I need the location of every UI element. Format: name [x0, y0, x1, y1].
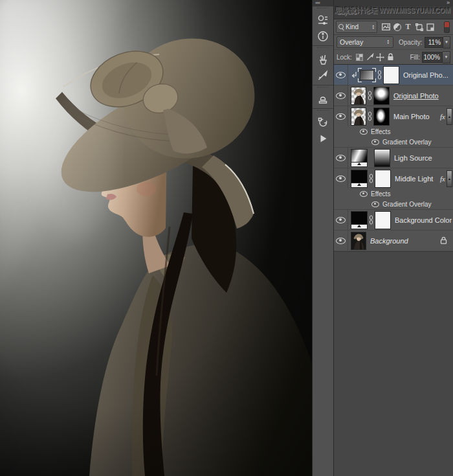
- fill-value[interactable]: 100%: [422, 52, 443, 63]
- eye-icon[interactable]: [371, 201, 379, 207]
- filter-kind-dropdown[interactable]: Kind ▲▼: [336, 21, 377, 33]
- opacity-value[interactable]: 11%: [425, 37, 443, 48]
- document-canvas[interactable]: [0, 0, 312, 476]
- filter-shape-layers-icon[interactable]: [414, 22, 425, 32]
- opacity-label: Opacity:: [399, 39, 423, 46]
- layer-mask-thumbnail[interactable]: [373, 87, 390, 105]
- targeted-thumbnail-brackets: [358, 68, 376, 82]
- gradient-overlay-row[interactable]: Gradient Overlay: [334, 137, 453, 148]
- dock-separator: [313, 108, 333, 109]
- effects-row[interactable]: Effects: [334, 126, 453, 137]
- filter-type-icons: T: [381, 22, 436, 32]
- lock-transparency-icon[interactable]: [355, 52, 365, 62]
- history-panel-icon[interactable]: [313, 114, 333, 130]
- opacity-caret[interactable]: ▼: [443, 36, 450, 49]
- layers-panel: » Layers 思缘设计论坛 WWW.MISSYUAN.COM Kind ▲▼: [333, 0, 453, 476]
- layer-mask-thumbnail[interactable]: [374, 149, 390, 167]
- layer-name[interactable]: Original Pho...: [403, 71, 453, 79]
- link-mask-icon[interactable]: [377, 70, 382, 80]
- lock-bar: Lock: Fill: 100% ▼: [334, 50, 453, 65]
- panel-expand-arrows[interactable]: »: [447, 0, 450, 6]
- gradient-overlay-row[interactable]: Gradient Overlay: [334, 199, 453, 210]
- visibility-toggle[interactable]: [334, 106, 348, 126]
- visibility-toggle[interactable]: [334, 65, 348, 85]
- layer-row-background-color[interactable]: Background Color: [334, 210, 453, 231]
- panel-header-strip: »: [334, 0, 453, 6]
- collapse-effects-button[interactable]: ▲: [447, 170, 452, 187]
- collapsed-panels-dock: ««: [312, 0, 333, 476]
- fx-badge[interactable]: fx: [440, 175, 445, 183]
- clone-source-panel-icon[interactable]: [313, 91, 333, 107]
- blend-mode-dropdown[interactable]: Overlay ▲▼: [337, 36, 393, 48]
- gradient-stop-bar: [351, 183, 367, 187]
- layer-name[interactable]: Ligh Source: [394, 154, 453, 162]
- effect-name: Gradient Overlay: [382, 201, 432, 208]
- layer-row-original-pho[interactable]: Original Pho...: [334, 65, 453, 85]
- gradient-fill-thumbnail[interactable]: [351, 149, 368, 167]
- link-mask-icon[interactable]: [368, 174, 374, 183]
- eye-icon: [336, 238, 346, 244]
- brush-panel-icon[interactable]: [313, 67, 333, 84]
- visibility-toggle[interactable]: [334, 148, 348, 168]
- info-panel-icon[interactable]: [313, 28, 333, 44]
- layer-name[interactable]: Original Photo: [393, 92, 453, 100]
- eye-icon: [336, 155, 346, 161]
- layer-row-background[interactable]: Background: [334, 231, 453, 251]
- layer-name[interactable]: Background Color: [395, 216, 453, 224]
- layer-thumbnail[interactable]: [351, 232, 366, 250]
- link-mask-icon[interactable]: [367, 111, 373, 121]
- brush-presets-panel-icon[interactable]: [313, 51, 333, 67]
- link-mask-icon[interactable]: [367, 91, 373, 100]
- eye-icon: [336, 176, 346, 182]
- layer-row-ligh-source[interactable]: Ligh Source: [334, 148, 453, 168]
- gradient-fill-thumbnail[interactable]: [360, 70, 374, 80]
- layer-mask-thumbnail[interactable]: [383, 66, 399, 84]
- visibility-toggle[interactable]: [334, 210, 348, 230]
- eye-icon[interactable]: [360, 129, 368, 135]
- search-icon: [338, 24, 344, 29]
- layer-row-original-photo[interactable]: Original Photo: [334, 85, 453, 106]
- layer-mask-thumbnail[interactable]: [375, 170, 391, 188]
- dropdown-spinner-icon: ▲▼: [386, 40, 389, 45]
- effects-row[interactable]: Effects: [334, 188, 453, 199]
- layer-mask-thumbnail[interactable]: [375, 211, 391, 229]
- layer-thumbnail[interactable]: [351, 108, 366, 126]
- filter-type-layers-icon[interactable]: T: [403, 22, 414, 32]
- layer-name[interactable]: Middle Light: [395, 175, 440, 183]
- layer-name[interactable]: Main Photo: [393, 113, 440, 120]
- actions-panel-icon[interactable]: [313, 130, 333, 146]
- lock-position-move-icon[interactable]: [375, 52, 386, 62]
- lock-all-icon[interactable]: [386, 52, 396, 62]
- gradient-stop-bar: [351, 162, 367, 166]
- visibility-toggle[interactable]: [334, 168, 348, 188]
- clipping-mask-arrow-icon: [351, 71, 357, 80]
- layer-mask-thumbnail[interactable]: [373, 108, 390, 126]
- visibility-toggle[interactable]: [334, 85, 348, 106]
- filter-smart-objects-icon[interactable]: [425, 22, 436, 32]
- layer-thumbnail[interactable]: [351, 87, 366, 105]
- fill-group: Fill: 100% ▼: [410, 51, 450, 63]
- fx-badge[interactable]: fx: [440, 113, 445, 120]
- fill-caret[interactable]: ▼: [443, 51, 450, 63]
- adjustments-panel-icon[interactable]: [313, 12, 333, 28]
- lock-pixels-brush-icon[interactable]: [365, 52, 375, 62]
- layer-row-main-photo[interactable]: Main Photo fx ▲: [334, 106, 453, 126]
- effects-label: Effects: [371, 190, 390, 198]
- visibility-toggle[interactable]: [334, 231, 348, 251]
- tab-layers[interactable]: Layers: [338, 9, 357, 16]
- dock-collapse-arrows[interactable]: ««: [313, 0, 333, 6]
- layer-row-middle-light[interactable]: Middle Light fx ▲: [334, 168, 453, 188]
- lock-icon: [440, 235, 447, 247]
- filter-pixel-layers-icon[interactable]: [381, 22, 392, 32]
- filter-adjustment-layers-icon[interactable]: [392, 22, 403, 32]
- eye-icon[interactable]: [360, 191, 368, 197]
- photoshop-workspace: «« » Laye: [0, 0, 453, 476]
- layer-name[interactable]: Background: [370, 237, 440, 245]
- solid-fill-thumbnail[interactable]: [351, 170, 368, 188]
- eye-icon[interactable]: [371, 139, 379, 145]
- eye-icon: [336, 72, 346, 78]
- collapse-effects-button[interactable]: ▲: [447, 108, 452, 125]
- layer-filtering-toggle[interactable]: [444, 21, 450, 33]
- solid-fill-thumbnail[interactable]: [351, 211, 368, 229]
- link-mask-icon[interactable]: [368, 215, 374, 225]
